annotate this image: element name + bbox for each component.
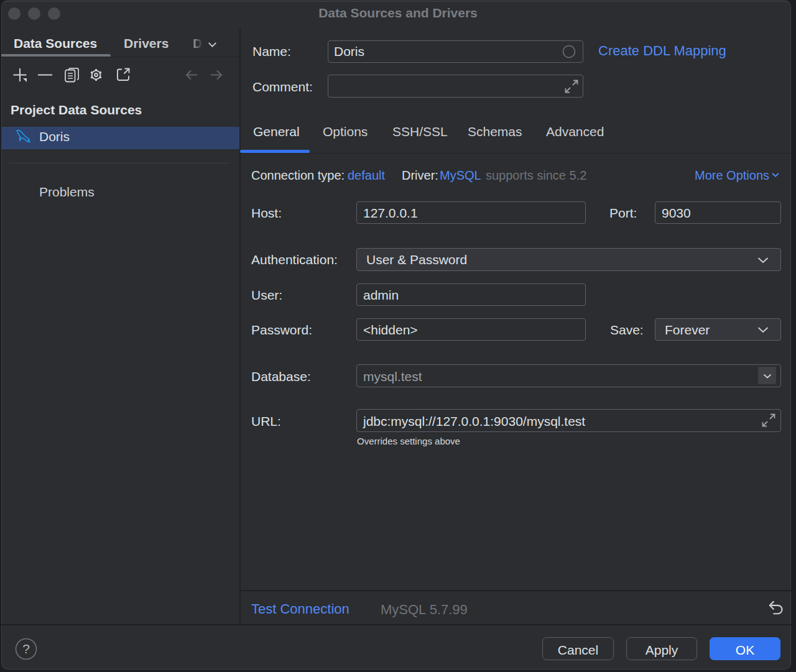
svg-text:?: ? bbox=[22, 642, 30, 656]
